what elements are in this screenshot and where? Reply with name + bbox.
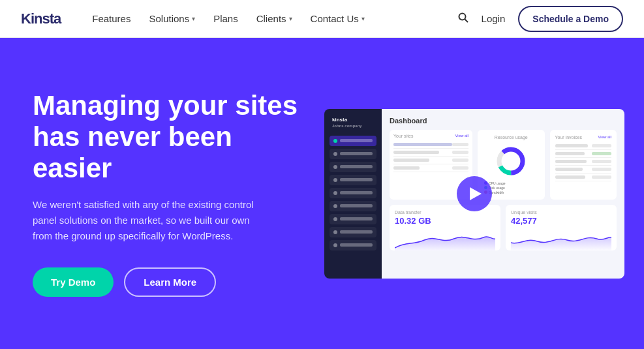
sidebar-item-dns bbox=[330, 175, 376, 185]
sidebar-item-analytics bbox=[330, 188, 376, 198]
svg-point-0 bbox=[459, 13, 465, 20]
hero-section: Managing your sites has never been easie… bbox=[0, 38, 644, 349]
mock-logo: kinsta Johns company bbox=[330, 117, 376, 128]
sidebar-item-users bbox=[330, 214, 376, 224]
mock-bottom-row: Data transfer 10.32 GB U bbox=[390, 205, 617, 250]
hero-buttons: Try Demo Learn More bbox=[33, 267, 307, 297]
sidebar-item-migrations bbox=[330, 162, 376, 172]
mock-invoice-row bbox=[555, 158, 612, 166]
mock-invoices-label: Your invoices View all bbox=[555, 135, 612, 140]
mock-data-transfer-card: Data transfer 10.32 GB bbox=[390, 205, 500, 250]
hero-content: Managing your sites has never been easie… bbox=[33, 90, 307, 297]
schedule-demo-button[interactable]: Schedule a Demo bbox=[518, 6, 623, 32]
dashboard-mockup: kinsta Johns company bbox=[324, 109, 624, 279]
mock-invoice-row bbox=[555, 150, 612, 158]
svg-line-1 bbox=[465, 19, 468, 22]
mock-data-transfer-label: Data transfer bbox=[395, 210, 495, 215]
mock-unique-visits-value: 42,577 bbox=[511, 216, 611, 226]
navbar: Kinsta Features Solutions ▾ Plans Client… bbox=[0, 0, 644, 38]
hero-title: Managing your sites has never been easie… bbox=[33, 90, 307, 185]
search-icon[interactable] bbox=[458, 12, 468, 25]
nav-contact[interactable]: Contact Us ▾ bbox=[311, 13, 365, 24]
mock-invoice-row bbox=[555, 166, 612, 174]
play-icon bbox=[470, 187, 482, 200]
sidebar-item-dashboard bbox=[330, 136, 376, 146]
nav-actions: Login Schedule a Demo bbox=[458, 6, 623, 32]
nav-links: Features Solutions ▾ Plans Clients ▾ Con… bbox=[92, 13, 457, 24]
sidebar-item-billing bbox=[330, 201, 376, 211]
mock-site-row bbox=[393, 141, 468, 149]
chevron-down-icon: ▾ bbox=[289, 15, 292, 22]
learn-more-button[interactable]: Learn More bbox=[124, 267, 216, 297]
chevron-down-icon: ▾ bbox=[192, 15, 195, 22]
logo[interactable]: Kinsta bbox=[21, 10, 61, 27]
mock-resource-label: Resource usage bbox=[495, 135, 528, 140]
mock-dashboard-title: Dashboard bbox=[390, 117, 617, 125]
chevron-down-icon: ▾ bbox=[361, 15, 365, 22]
mock-data-transfer-value: 10.32 GB bbox=[395, 216, 495, 226]
mock-site-row bbox=[393, 149, 468, 157]
mock-invoice-row bbox=[555, 174, 612, 181]
try-demo-button[interactable]: Try Demo bbox=[33, 267, 114, 297]
nav-clients[interactable]: Clients ▾ bbox=[256, 13, 292, 24]
mock-site-row bbox=[393, 164, 468, 172]
mock-unique-visits-label: Unique visits bbox=[511, 210, 611, 215]
nav-solutions[interactable]: Solutions ▾ bbox=[149, 13, 195, 24]
hero-subtitle: We weren't satisfied with any of the exi… bbox=[33, 197, 254, 244]
play-button[interactable] bbox=[457, 176, 492, 211]
sidebar-item-sites bbox=[330, 149, 376, 159]
mock-sidebar: kinsta Johns company bbox=[324, 109, 382, 279]
mock-sites-label: Your sites View all bbox=[393, 134, 468, 138]
mock-site-row bbox=[393, 157, 468, 164]
nav-plans[interactable]: Plans bbox=[213, 13, 238, 24]
login-link[interactable]: Login bbox=[482, 13, 506, 24]
mock-invoices-card: Your invoices View all bbox=[550, 130, 617, 200]
mock-unique-visits-card: Unique visits 42,577 bbox=[506, 205, 617, 250]
nav-features[interactable]: Features bbox=[92, 13, 130, 24]
mock-invoice-row bbox=[555, 142, 612, 150]
mock-main-content: Dashboard Your sites View all bbox=[382, 109, 624, 279]
mock-top-row: Your sites View all bbox=[390, 130, 617, 200]
sidebar-item-activity bbox=[330, 227, 376, 237]
sidebar-item-knowledge bbox=[330, 240, 376, 250]
